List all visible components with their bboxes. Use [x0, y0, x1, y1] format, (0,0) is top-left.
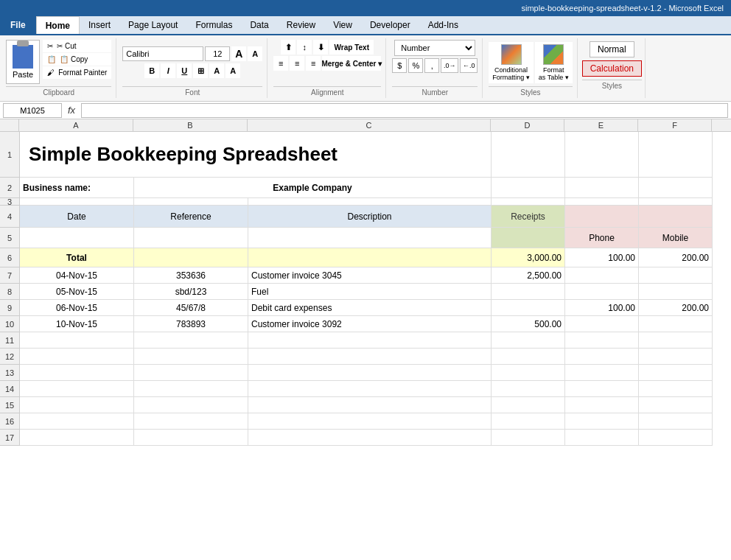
formula-input[interactable] — [81, 103, 728, 118]
row9-mobile[interactable]: 200.00 — [639, 300, 713, 315]
row-header-15[interactable]: 15 — [0, 397, 19, 413]
business-name-value[interactable]: Example Company — [134, 178, 492, 197]
row3-c[interactable] — [248, 198, 492, 205]
align-center-btn[interactable]: ≡ — [290, 56, 304, 71]
row2-d[interactable] — [492, 178, 565, 197]
col-header-d[interactable]: D — [491, 119, 564, 131]
row-header-4[interactable]: 4 — [0, 206, 19, 228]
tab-page-layout[interactable]: Page Layout — [119, 16, 186, 34]
percent-btn[interactable]: % — [408, 58, 423, 73]
align-left-btn[interactable]: ≡ — [273, 56, 288, 71]
row-header-17[interactable]: 17 — [0, 430, 19, 446]
sub-header-b[interactable] — [134, 228, 248, 248]
header-description[interactable]: Description — [248, 206, 492, 227]
tab-formulas[interactable]: Formulas — [186, 16, 241, 34]
row7-ref[interactable]: 353636 — [134, 267, 248, 283]
row1-d[interactable] — [492, 132, 565, 177]
header-reference[interactable]: Reference — [134, 206, 248, 227]
row8-mobile[interactable] — [639, 284, 713, 299]
row-header-7[interactable]: 7 — [0, 267, 19, 284]
font-color-btn[interactable]: A — [225, 63, 240, 78]
row-header-5[interactable]: 5 — [0, 228, 19, 248]
col-header-b[interactable]: B — [133, 119, 248, 131]
col-header-e[interactable]: E — [564, 119, 638, 131]
header-mobile[interactable]: Mobile — [639, 228, 713, 248]
row2-f[interactable] — [639, 178, 713, 197]
sub-header-d[interactable] — [492, 228, 565, 248]
currency-btn[interactable]: $ — [392, 58, 407, 73]
row9-receipts[interactable] — [492, 300, 565, 315]
row10-phone[interactable] — [565, 316, 639, 332]
row-header-8[interactable]: 8 — [0, 284, 19, 300]
col-header-c[interactable]: C — [248, 119, 491, 131]
decrease-decimal-btn[interactable]: ←.0 — [460, 58, 478, 73]
italic-btn[interactable]: I — [161, 63, 175, 78]
cell-reference-input[interactable] — [3, 103, 62, 118]
font-size-input[interactable] — [205, 46, 230, 61]
total-label[interactable]: Total — [20, 248, 134, 267]
paste-button[interactable]: Paste — [6, 40, 40, 84]
row7-receipts[interactable]: 2,500.00 — [492, 267, 565, 283]
total-c[interactable] — [248, 248, 492, 267]
row10-mobile[interactable] — [639, 316, 713, 332]
row8-date[interactable]: 05-Nov-15 — [20, 284, 134, 299]
comma-btn[interactable]: , — [424, 58, 439, 73]
tab-review[interactable]: Review — [278, 16, 324, 34]
total-phone[interactable]: 100.00 — [565, 248, 639, 267]
fill-color-btn[interactable]: A — [209, 63, 224, 78]
tab-file[interactable]: File — [0, 16, 36, 34]
row8-phone[interactable] — [565, 284, 639, 299]
sub-header-c[interactable] — [248, 228, 492, 248]
tab-developer[interactable]: Developer — [361, 16, 419, 34]
format-as-table-btn[interactable]: Formatas Table ▾ — [535, 42, 573, 83]
row7-desc[interactable]: Customer invoice 3045 — [248, 267, 492, 283]
tab-home[interactable]: Home — [36, 16, 80, 34]
row-header-16[interactable]: 16 — [0, 413, 19, 430]
header-date[interactable]: Date — [20, 206, 134, 227]
business-name-label[interactable]: Business name: — [20, 178, 134, 197]
row7-phone[interactable] — [565, 267, 639, 283]
col-header-a[interactable]: A — [19, 119, 133, 131]
font-name-input[interactable] — [122, 46, 203, 61]
conditional-format-btn[interactable]: ConditionalFormatting ▾ — [489, 42, 534, 83]
tab-data[interactable]: Data — [241, 16, 277, 34]
row9-phone[interactable]: 100.00 — [565, 300, 639, 315]
row3-a[interactable] — [20, 198, 134, 205]
bold-btn[interactable]: B — [144, 63, 159, 78]
calculation-style-btn[interactable]: Calculation — [582, 60, 642, 77]
row3-e[interactable] — [565, 198, 639, 205]
increase-font-btn[interactable]: A — [231, 46, 246, 61]
row10-date[interactable]: 10-Nov-15 — [20, 316, 134, 332]
row3-d[interactable] — [492, 198, 565, 205]
cut-button[interactable]: ✂ ✂ Cut — [43, 40, 111, 52]
row-header-11[interactable]: 11 — [0, 332, 19, 349]
row10-desc[interactable]: Customer invoice 3092 — [248, 316, 492, 332]
align-bottom-btn[interactable]: ⬇ — [313, 40, 328, 55]
total-b[interactable] — [134, 248, 248, 267]
row3-f[interactable] — [639, 198, 713, 205]
decrease-font-btn[interactable]: A — [248, 46, 262, 61]
row-header-10[interactable]: 10 — [0, 316, 19, 332]
row-header-1[interactable]: 1 — [0, 132, 19, 178]
col-header-f[interactable]: F — [638, 119, 712, 131]
normal-style-btn[interactable]: Normal — [590, 41, 634, 57]
total-mobile[interactable]: 200.00 — [639, 248, 713, 267]
format-painter-button[interactable]: 🖌 Format Painter — [43, 66, 111, 79]
align-middle-btn[interactable]: ↕ — [297, 40, 312, 55]
row-header-14[interactable]: 14 — [0, 381, 19, 397]
tab-view[interactable]: View — [324, 16, 361, 34]
row8-ref[interactable]: sbd/123 — [134, 284, 248, 299]
row3-b[interactable] — [134, 198, 248, 205]
align-top-btn[interactable]: ⬆ — [281, 40, 295, 55]
row-header-13[interactable]: 13 — [0, 365, 19, 381]
underline-btn[interactable]: U — [177, 63, 192, 78]
total-receipts[interactable]: 3,000.00 — [492, 248, 565, 267]
tab-insert[interactable]: Insert — [80, 16, 119, 34]
header-phone[interactable]: Phone — [565, 228, 639, 248]
border-btn[interactable]: ⊞ — [193, 63, 208, 78]
row-header-3[interactable]: 3 — [0, 198, 19, 206]
row-header-6[interactable]: 6 — [0, 248, 19, 267]
row9-date[interactable]: 06-Nov-15 — [20, 300, 134, 315]
row10-ref[interactable]: 783893 — [134, 316, 248, 332]
row7-mobile[interactable] — [639, 267, 713, 283]
